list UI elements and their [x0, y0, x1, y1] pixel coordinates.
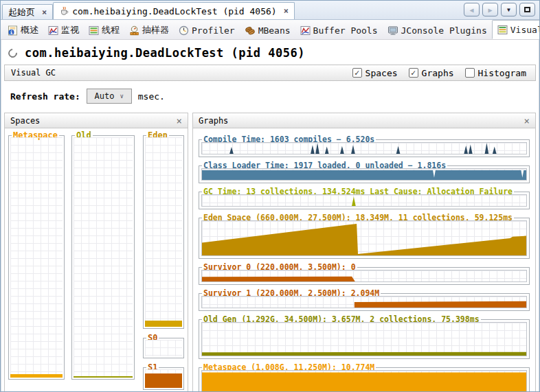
- close-icon[interactable]: ×: [42, 8, 47, 17]
- old-gen-group: Old Gen (1.292G, 34.500M): 3.657M, 2 col…: [199, 319, 530, 359]
- chevron-down-icon: ▼: [507, 7, 510, 13]
- section-title: Visual GC: [11, 68, 56, 78]
- spaces-panel-header: Spaces ×: [5, 113, 188, 128]
- tab-start-page[interactable]: 起始页 ×: [2, 4, 53, 19]
- tab-scroll-controls: ◀ ▶ ▼: [464, 3, 537, 19]
- class-loader-time-graph: [201, 168, 527, 181]
- checkbox-graphs[interactable]: ✓ Graphs: [409, 68, 454, 78]
- gc-time-graph: [201, 194, 527, 207]
- tab-deadlocktest-label: com.heibaiying.DeadLockTest (pid 4056): [72, 6, 276, 16]
- panels-row: Spaces × Metaspace Old: [1, 111, 539, 392]
- metaspace-column: Metaspace: [8, 135, 65, 380]
- visual-gc-icon: [497, 25, 508, 35]
- survivor1-box: S1: [143, 367, 184, 390]
- spaces-panel-body: Metaspace Old Eden: [5, 128, 188, 392]
- eden-space-group: Eden Space (660.000M, 27.500M): 18.349M,…: [199, 218, 530, 259]
- sampler-icon: [129, 25, 139, 36]
- visual-gc-section-bar: Visual GC ✓ Spaces ✓ Graphs Histogram: [4, 65, 536, 81]
- main-content: com.heibaiying.DeadLockTest (pid 4056) V…: [1, 40, 539, 392]
- refresh-rate-unit: msec.: [138, 91, 165, 102]
- tab-sampler[interactable]: 抽样器: [124, 21, 174, 39]
- refresh-rate-row: Refresh rate: Auto ∨ msec.: [1, 81, 539, 111]
- tab-monitor[interactable]: 监视: [43, 21, 84, 39]
- view-checkboxes: ✓ Spaces ✓ Graphs Histogram: [352, 68, 526, 78]
- scroll-left-button[interactable]: ◀: [464, 3, 480, 16]
- graphs-panel: Graphs × Compile Time: 1603 compiles − 6…: [192, 113, 536, 392]
- tab-profiler[interactable]: Profiler: [174, 21, 240, 39]
- document-tab-bar: 起始页 × com.heibaiying.DeadLockTest (pid 4…: [1, 1, 539, 20]
- old-column: Old: [71, 135, 135, 380]
- maximize-button[interactable]: [519, 3, 535, 16]
- view-toolbar: i 概述 监视 线程: [1, 20, 539, 40]
- checkbox-spaces-box[interactable]: ✓: [352, 68, 362, 78]
- tab-overview[interactable]: i 概述: [3, 21, 43, 39]
- class-loader-time-group: Class Loader Time: 1917 loaded, 0 unload…: [199, 165, 530, 183]
- survivor-1-group: Survivor 1 (220.000M, 2.500M): 2.094M: [199, 293, 530, 311]
- java-coffee-icon: [59, 6, 69, 16]
- tab-start-page-label: 起始页: [8, 6, 35, 19]
- graphs-panel-header: Graphs ×: [193, 113, 535, 128]
- old-gen-graph: [201, 322, 527, 356]
- refresh-rate-select[interactable]: Auto ∨: [87, 89, 132, 104]
- close-icon[interactable]: ×: [177, 116, 182, 126]
- threads-icon: [89, 25, 99, 36]
- checkbox-histogram[interactable]: Histogram: [465, 68, 526, 78]
- profiler-clock-icon: [179, 25, 189, 36]
- refresh-rate-label: Refresh rate:: [10, 91, 80, 102]
- tab-visual-gc[interactable]: Visual GC: [492, 20, 540, 39]
- survivor0-box: S0: [143, 338, 184, 358]
- graphs-list: Compile Time: 1603 compiles − 6.520sClas…: [193, 128, 535, 392]
- checkbox-graphs-box[interactable]: ✓: [409, 68, 418, 78]
- maximize-icon: [524, 7, 530, 12]
- compile-time-graph: [201, 142, 527, 154]
- metaspace-graph-graph: [201, 370, 527, 392]
- tab-list-dropdown-button[interactable]: ▼: [501, 3, 517, 16]
- eden-fill: [145, 321, 182, 327]
- old-fill: [74, 376, 133, 378]
- eden-space-graph: [201, 220, 527, 256]
- close-icon[interactable]: ×: [284, 6, 289, 16]
- eden-column: Eden: [143, 135, 184, 329]
- mbeans-icon: [245, 25, 256, 36]
- eden-survivor-stack: Eden S0 S1: [143, 135, 184, 392]
- monitor-icon: [48, 25, 58, 36]
- survivor-0-group: Survivor 0 (220.000M, 3.500M): 0: [199, 267, 530, 285]
- checkbox-spaces[interactable]: ✓ Spaces: [352, 68, 398, 78]
- survivor-1-graph: [201, 296, 527, 308]
- tab-threads[interactable]: 线程: [84, 21, 124, 39]
- jconsole-monitor-icon: [387, 25, 398, 36]
- svg-text:i: i: [10, 29, 13, 35]
- visualvm-window: 起始页 × com.heibaiying.DeadLockTest (pid 4…: [0, 0, 540, 392]
- chevron-down-icon: ∨: [120, 93, 123, 100]
- survivor-0-graph: [201, 270, 527, 282]
- checkbox-histogram-box[interactable]: [465, 68, 475, 78]
- metaspace-graph-group: Metaspace (1.008G, 11.250M): 10.774M: [199, 367, 530, 392]
- page-title: com.heibaiying.DeadLockTest (pid 4056): [25, 46, 305, 60]
- overview-icon: i: [8, 25, 18, 36]
- metaspace-fill: [10, 374, 63, 378]
- progress-spinner-icon: [6, 47, 19, 59]
- title-row: com.heibaiying.DeadLockTest (pid 4056): [1, 40, 539, 62]
- close-icon[interactable]: ×: [524, 116, 530, 126]
- tab-mbeans[interactable]: MBeans: [240, 21, 295, 39]
- tab-jconsole-plugins[interactable]: JConsole Plugins: [383, 21, 492, 39]
- survivor1-fill: [145, 373, 182, 388]
- gc-time-group: GC Time: 13 collections, 134.524ms Last …: [199, 192, 530, 209]
- tab-deadlocktest[interactable]: com.heibaiying.DeadLockTest (pid 4056) ×: [53, 2, 295, 19]
- scroll-right-button[interactable]: ▶: [482, 3, 498, 16]
- buffer-pools-icon: [300, 25, 311, 36]
- tab-buffer-pools[interactable]: Buffer Pools: [295, 21, 383, 39]
- spaces-panel: Spaces × Metaspace Old: [4, 113, 188, 392]
- compile-time-group: Compile Time: 1603 compiles − 6.520s: [199, 139, 530, 157]
